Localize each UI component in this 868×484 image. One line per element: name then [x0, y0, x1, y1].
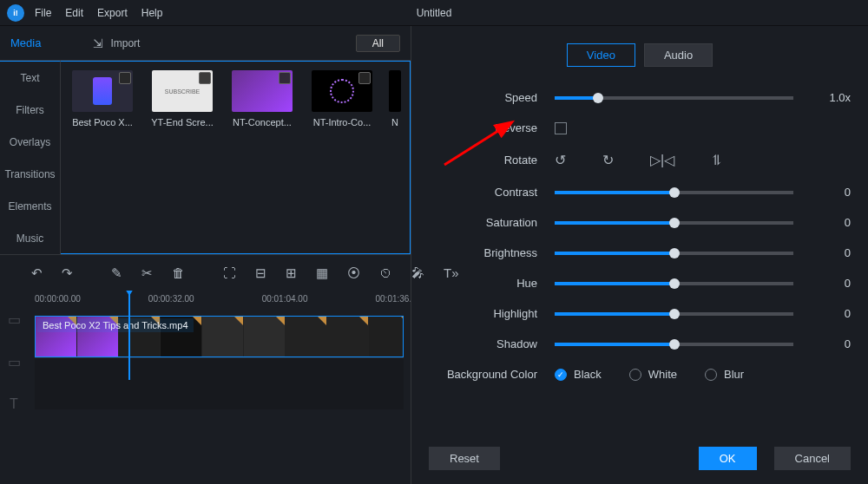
thumb-checkbox-icon[interactable] [358, 72, 371, 84]
label-shadow: Shadow [429, 337, 555, 350]
redo-icon[interactable]: ↷ [62, 265, 73, 281]
tab-media[interactable]: Media [10, 36, 41, 49]
track-type-rail: ▭ ▭ T [0, 291, 28, 484]
thumb-checkbox-icon[interactable] [199, 72, 211, 84]
bgcolor-radio-white[interactable]: White [629, 368, 677, 381]
media-thumb[interactable] [72, 70, 133, 112]
bgcolor-radio-blur[interactable]: Blur [705, 368, 744, 381]
sidebar-item-elements[interactable]: Elements [0, 190, 60, 222]
thumb-label: Best Poco X... [68, 117, 137, 128]
properties-panel: Video Audio Speed 1.0x Reverse Rotate ↺ … [411, 26, 868, 484]
time-mark: 00:00:32.00 [148, 294, 194, 304]
brightness-slider[interactable] [555, 252, 793, 255]
media-thumb[interactable] [312, 70, 372, 112]
label-brightness: Brightness [429, 246, 555, 259]
split-icon[interactable]: ⊟ [255, 265, 266, 281]
mosaic-icon[interactable]: ▦ [316, 265, 328, 281]
import-icon: ⇲ [93, 36, 103, 50]
highlight-value: 0 [807, 307, 851, 320]
thumb-label: NT-Concept... [227, 117, 297, 128]
record-icon[interactable]: ⦿ [347, 265, 360, 281]
import-label: Import [110, 37, 140, 49]
highlight-slider[interactable] [555, 312, 793, 316]
media-thumbnails: Best Poco X... SUBSCRIBE YT-End Scre... … [61, 61, 411, 254]
menu-file[interactable]: File [35, 7, 51, 19]
sidebar-item-overlays[interactable]: Overlays [0, 126, 60, 158]
rotate-ccw-icon[interactable]: ↺ [555, 152, 566, 168]
media-thumb[interactable] [232, 70, 293, 112]
tab-video[interactable]: Video [567, 43, 635, 67]
speed-slider[interactable] [555, 96, 793, 100]
flip-vertical-icon[interactable]: ⥮ [711, 152, 722, 168]
saturation-value: 0 [807, 216, 851, 229]
shadow-value: 0 [807, 337, 851, 350]
ok-button[interactable]: OK [699, 447, 757, 470]
thumb-label: N [387, 117, 403, 128]
timeline[interactable]: 00:00:00.00 00:00:32.00 00:01:04.00 00:0… [28, 291, 411, 484]
sidebar-item-filters[interactable]: Filters [0, 94, 60, 126]
clip-filename: Best Poco X2 Tips and Tricks.mp4 [37, 318, 194, 332]
label-saturation: Saturation [429, 216, 555, 229]
audio-track-icon[interactable]: ▭ [8, 354, 21, 370]
reset-button[interactable]: Reset [429, 447, 500, 470]
cancel-button[interactable]: Cancel [774, 447, 851, 470]
sidebar-item-music[interactable]: Music [0, 222, 60, 254]
video-track-clip[interactable]: Best Poco X2 Tips and Tricks.mp4 [35, 316, 404, 357]
playhead[interactable] [128, 292, 130, 380]
label-speed: Speed [429, 91, 555, 104]
radio-label: White [648, 368, 677, 381]
label-hue: Hue [429, 277, 555, 290]
add-media-icon[interactable]: ⊞ [286, 265, 297, 281]
shadow-slider[interactable] [555, 343, 793, 346]
thumb-checkbox-icon[interactable] [279, 72, 291, 84]
text-track-icon[interactable]: T [10, 396, 18, 412]
import-button[interactable]: ⇲ Import [93, 36, 140, 50]
label-contrast: Contrast [429, 186, 555, 199]
sidebar-item-text[interactable]: Text [0, 62, 60, 94]
video-track-icon[interactable]: ▭ [8, 311, 21, 328]
saturation-slider[interactable] [555, 221, 793, 225]
left-panel: Media ⇲ Import All Text Filters Overlays… [0, 26, 411, 484]
filter-all-pill[interactable]: All [356, 35, 400, 52]
window-title: Untitled [417, 7, 452, 19]
radio-label: Blur [724, 368, 744, 381]
label-bgcolor: Background Color [429, 368, 555, 381]
sidebar-item-transitions[interactable]: Transitions [0, 158, 60, 190]
time-ruler[interactable]: 00:00:00.00 00:00:32.00 00:01:04.00 00:0… [35, 294, 404, 311]
speed-value: 1.0x [807, 91, 851, 104]
tab-audio[interactable]: Audio [644, 43, 713, 67]
time-mark: 00:01:36.00 [375, 294, 411, 304]
time-mark: 00:00:00.00 [35, 294, 81, 304]
bgcolor-radio-black[interactable]: Black [555, 368, 602, 381]
media-category-sidebar: Text Filters Overlays Transitions Elemen… [0, 61, 61, 254]
time-mark: 00:01:04.00 [262, 294, 308, 304]
menu-edit[interactable]: Edit [65, 7, 83, 19]
label-reverse: Reverse [429, 121, 555, 134]
edit-icon[interactable]: ✎ [111, 265, 122, 281]
contrast-slider[interactable] [555, 191, 793, 194]
empty-track-zone[interactable] [35, 357, 404, 409]
undo-icon[interactable]: ↶ [31, 265, 43, 281]
delete-icon[interactable]: 🗑 [172, 265, 185, 281]
menu-help[interactable]: Help [141, 7, 163, 19]
hue-value: 0 [807, 277, 851, 290]
flip-horizontal-icon[interactable]: ▷|◁ [650, 152, 674, 168]
reverse-checkbox[interactable] [555, 122, 567, 134]
thumb-label: NT-Intro-Co... [307, 117, 377, 128]
label-highlight: Highlight [429, 307, 555, 320]
cut-icon[interactable]: ✂ [141, 265, 153, 281]
thumb-checkbox-icon[interactable] [119, 72, 131, 84]
hue-slider[interactable] [555, 282, 793, 285]
speed-icon[interactable]: ⏲ [379, 265, 392, 281]
crop-icon[interactable]: ⛶ [223, 265, 236, 281]
menu-export[interactable]: Export [97, 7, 128, 19]
label-rotate: Rotate [429, 154, 555, 167]
media-thumb[interactable] [389, 70, 401, 112]
media-thumb[interactable]: SUBSCRIBE [152, 70, 213, 112]
timeline-toolbar: ↶ ↷ ✎ ✂ 🗑 ⛶ ⊟ ⊞ ▦ ⦿ ⏲ 🎤︎ T» [0, 254, 411, 291]
contrast-value: 0 [807, 186, 851, 199]
thumb-label: YT-End Scre... [148, 117, 217, 128]
radio-label: Black [574, 368, 602, 381]
brightness-value: 0 [807, 246, 851, 259]
rotate-cw-icon[interactable]: ↻ [602, 152, 614, 168]
